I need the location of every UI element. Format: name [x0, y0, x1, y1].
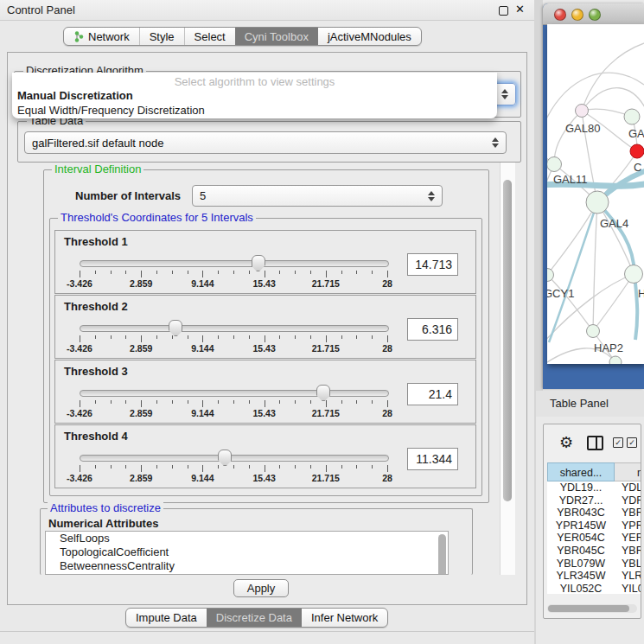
checkbox-icon[interactable]: ✓ [613, 437, 623, 448]
tab-style[interactable]: Style [139, 28, 184, 45]
float-icon[interactable] [499, 6, 508, 16]
slider-tick [111, 400, 112, 404]
tab-jactivemnodules[interactable]: jActiveMNodules [318, 28, 421, 45]
threshold-value-field[interactable]: 11.344 [407, 448, 458, 470]
slider-tick [326, 335, 327, 342]
tab-network[interactable]: Network [64, 28, 139, 45]
dropdown-item-manual-discretization[interactable]: Manual Discretization [17, 89, 133, 104]
attribute-item[interactable]: TopologicalCoefficient [46, 545, 448, 559]
table-row[interactable]: YIL052CYIL0 [547, 583, 641, 594]
tab-cyni-toolbox[interactable]: Cyni Toolbox [235, 28, 318, 45]
apply-button[interactable]: Apply [233, 579, 289, 597]
tab-infer-network[interactable]: Infer Network [302, 609, 387, 627]
network-node[interactable] [625, 265, 643, 284]
threshold-panel: Threshold 1-3.4262.8599.14415.4321.71528… [54, 230, 476, 294]
table-cell[interactable]: YER054C [547, 532, 615, 545]
table-cell[interactable]: YBR045C [547, 545, 615, 558]
attribute-item[interactable]: SelfLoops [46, 532, 448, 545]
table-cell[interactable]: YIL0 [615, 583, 641, 594]
network-node[interactable] [609, 356, 622, 364]
close-icon[interactable]: ✕ [515, 3, 525, 16]
table-cell[interactable]: YBR043C [547, 507, 615, 520]
numerical-attributes-list[interactable]: SelfLoopsTopologicalCoefficientBetweenne… [45, 531, 449, 575]
network-canvas[interactable]: GAL80GACGAL11GAL4GCY1HHAP2 [547, 24, 644, 364]
tab-label: Infer Network [311, 611, 378, 624]
slider-thumb[interactable] [316, 385, 330, 401]
table-hscrollbar[interactable] [547, 604, 637, 613]
network-node[interactable] [547, 269, 554, 282]
table-cell[interactable]: YLR345W [547, 570, 615, 583]
scrollbar-thumb[interactable] [503, 180, 512, 501]
table-cell[interactable]: YBR0 [615, 545, 641, 558]
network-node[interactable] [587, 325, 600, 338]
slider-tick [387, 465, 388, 472]
slider-track[interactable] [80, 390, 389, 397]
table-row[interactable]: YDL19...YDL1 [547, 481, 641, 494]
table-row[interactable]: YBR045CYBR0 [547, 545, 641, 558]
network-node[interactable] [624, 109, 640, 124]
slider-thumb[interactable] [169, 320, 182, 336]
table-cell[interactable]: YBL079W [547, 558, 615, 571]
slider-thumb[interactable] [252, 255, 265, 271]
table-row[interactable]: YER054CYER0 [547, 532, 641, 545]
table-data-combobox[interactable]: galFiltered.sif default node [24, 131, 507, 154]
checkbox-icon[interactable]: ✓ [627, 437, 637, 448]
table-cell[interactable]: YDR27... [547, 494, 615, 507]
network-node[interactable] [547, 157, 562, 172]
table-cell[interactable]: YIL052C [547, 583, 615, 594]
table-cell[interactable]: YBR0 [615, 507, 641, 520]
threshold-panel: Threshold 3-3.4262.8599.14415.4321.71528… [54, 360, 476, 424]
table-cell[interactable]: YDL1 [615, 481, 641, 494]
number-of-intervals-combobox[interactable]: 5 [192, 185, 443, 207]
table-row[interactable]: YDR27...YDR2 [547, 494, 641, 507]
table-cell[interactable]: YER0 [615, 532, 641, 545]
slider-track[interactable] [80, 325, 389, 332]
slider-tick [156, 335, 157, 339]
table-cell[interactable]: YPR1 [615, 520, 641, 532]
network-edge [582, 88, 644, 111]
threshold-value-field[interactable]: 21.4 [407, 383, 458, 405]
network-node[interactable] [630, 144, 644, 158]
slider-track[interactable] [80, 260, 389, 267]
threshold-value-field[interactable]: 14.713 [407, 253, 458, 276]
network-window-titlebar[interactable] [543, 3, 644, 25]
gear-icon[interactable]: ⚙ [559, 433, 573, 452]
close-traffic-light-icon[interactable] [554, 9, 566, 21]
network-node[interactable] [576, 105, 589, 118]
slider-tick [80, 335, 80, 342]
slider-tick [265, 335, 265, 342]
column-header-name[interactable]: na [615, 462, 641, 481]
slider-tick [372, 400, 373, 404]
tab-select[interactable]: Select [184, 28, 235, 45]
slider-thumb[interactable] [218, 450, 232, 466]
table-cell[interactable]: YPR145W [547, 520, 615, 532]
table-cell[interactable]: YBL0 [615, 558, 641, 571]
table-row[interactable]: YBR043CYBR0 [547, 507, 641, 520]
table-panel: ⚙ ✓ ✓ shared...na YDL19...YDL1YDR27...YD… [536, 417, 644, 644]
settings-scrollbar[interactable] [500, 163, 515, 575]
network-graph: GAL80GACGAL11GAL4GCY1HHAP2 [547, 24, 644, 364]
threshold-value-field[interactable]: 6.316 [407, 318, 458, 341]
tab-discretize-data[interactable]: Discretize Data [207, 609, 302, 627]
network-node[interactable] [586, 191, 609, 214]
table-row[interactable]: YPR145WYPR1 [547, 520, 641, 532]
minimize-traffic-light-icon[interactable] [571, 9, 583, 21]
scrollbar-thumb[interactable] [548, 605, 629, 612]
table-row[interactable]: YLR345WYLR3 [547, 570, 641, 583]
slider-track[interactable] [80, 455, 389, 462]
table-cell[interactable]: YDR2 [615, 494, 641, 507]
column-header-shared-name[interactable]: shared... [547, 462, 615, 481]
zoom-traffic-light-icon[interactable] [589, 9, 601, 21]
list-scrollbar[interactable] [438, 534, 446, 575]
attribute-item[interactable]: BetweennessCentrality [46, 559, 448, 573]
slider-tick [80, 400, 80, 407]
table-cell[interactable]: YDL19... [547, 481, 615, 494]
columns-icon[interactable] [587, 436, 603, 450]
tab-impute-data[interactable]: Impute Data [126, 609, 207, 627]
dropdown-item-equal-width[interactable]: Equal Width/Frequency Discretization [17, 104, 205, 118]
slider-tick [356, 271, 357, 274]
table-cell[interactable]: YLR3 [615, 570, 641, 583]
slider-tick [188, 400, 188, 404]
slider-tick [279, 400, 280, 404]
table-row[interactable]: YBL079WYBL0 [547, 558, 641, 571]
